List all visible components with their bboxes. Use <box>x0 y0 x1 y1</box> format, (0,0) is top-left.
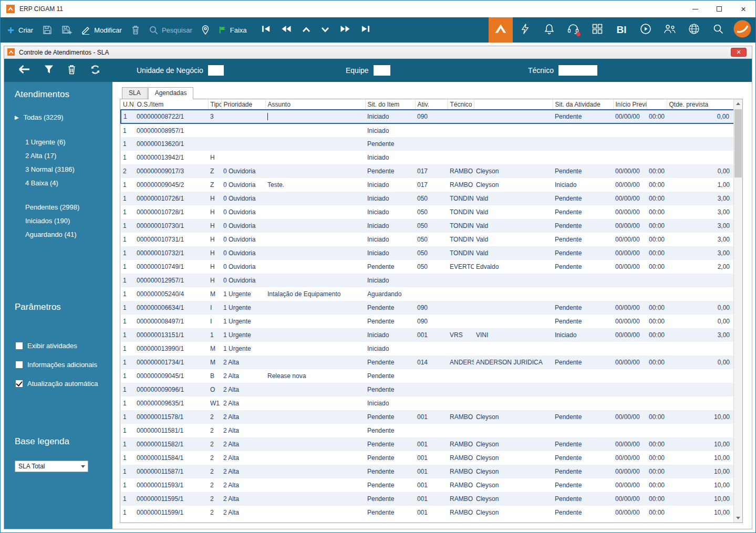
save-button[interactable] <box>43 25 52 35</box>
global-search-button[interactable] <box>706 17 730 43</box>
table-row[interactable]: 1000000010726/1H0 OuvidoriaIniciado050TO… <box>121 192 734 205</box>
table-row[interactable]: 1000000011578/122 AltaPendente001RAMBOCl… <box>121 410 734 424</box>
criar-button[interactable]: Criar <box>7 26 33 34</box>
scroll-up-button[interactable] <box>734 99 742 108</box>
tab-sla[interactable]: SLA <box>122 87 148 99</box>
table-row[interactable]: 1000000013620/1Pendente <box>121 137 734 151</box>
profile-button[interactable] <box>730 17 754 43</box>
table-row[interactable]: 1000000009045/2Z0 OuvidoriaTeste.Iniciad… <box>121 178 734 192</box>
sidebar-item-priority-0[interactable]: 1 Urgente (6) <box>25 138 112 146</box>
minimize-button[interactable] <box>683 1 707 17</box>
col-header-un[interactable]: U.N. <box>121 99 134 110</box>
table-row[interactable]: 1000000011582/122 AltaPendente001RAMBOCl… <box>121 437 734 451</box>
save-new-button[interactable] <box>61 25 72 35</box>
modificar-button[interactable]: Modificar <box>81 26 122 35</box>
table-row[interactable]: 1000000009096/1O2 AltaPendente <box>121 383 734 396</box>
nav-prev-page-icon[interactable] <box>281 25 292 35</box>
sidebar-item-priority-1[interactable]: 2 Alta (17) <box>25 152 112 160</box>
checkbox-checked-icon[interactable] <box>16 380 23 387</box>
maximize-button[interactable] <box>707 1 731 17</box>
sidebar-item-todas[interactable]: ▶ Todas (3229) <box>15 113 112 121</box>
scroll-down-button[interactable] <box>734 514 742 522</box>
table-row[interactable]: 1000000008722/13Iniciado090Pendente00/00… <box>121 110 734 123</box>
checkbox-unchecked-icon[interactable] <box>16 342 23 349</box>
col-header-tecnico-nome[interactable] <box>474 99 553 110</box>
table-row[interactable]: 1000000011595/122 AltaPendente001RAMBOCl… <box>121 492 734 506</box>
table-row[interactable]: 1000000013151/111 UrgenteIniciado001VRSV… <box>121 328 734 342</box>
close-button[interactable]: × <box>731 1 755 17</box>
tab-agendadas[interactable]: Agendadas <box>148 87 194 99</box>
col-header-inicio-previsto[interactable]: Início Previsto <box>613 99 647 110</box>
filter-button[interactable] <box>44 65 54 76</box>
clear-filter-button[interactable] <box>67 65 76 77</box>
cigam-home-button[interactable] <box>489 17 513 43</box>
col-header-prioridade[interactable]: Prioridade <box>221 99 265 110</box>
table-row[interactable]: 1000000001734/1M2 AltaPendente014ANDERSA… <box>121 356 734 369</box>
faixa-button[interactable]: Faixa <box>219 26 247 34</box>
tecnico-input[interactable] <box>558 65 597 76</box>
table-row[interactable]: 2000000009017/3Z0 OuvidoriaPendente017RA… <box>121 164 734 178</box>
back-button[interactable] <box>18 65 30 76</box>
nav-up-icon[interactable] <box>302 25 310 35</box>
checkbox-unchecked-icon[interactable] <box>16 361 23 368</box>
col-header-qtde-prevista[interactable]: Qtde. prevista <box>667 99 734 110</box>
table-row[interactable]: 1000000010730/1H0 OuvidoriaIniciado050TO… <box>121 219 734 233</box>
table-row[interactable]: 1000000010731/1H0 OuvidoriaIniciado050TO… <box>121 233 734 246</box>
refresh-button[interactable] <box>90 64 101 77</box>
col-header-sit-atividade[interactable]: Sit. da Atividade <box>553 99 613 110</box>
table-row[interactable]: 1000000013990/1M1 UrgenteIniciado <box>121 342 734 356</box>
table-row[interactable]: 1000000009045/1B2 AltaRelease novaPenden… <box>121 369 734 383</box>
col-header-sit-item[interactable]: Sit. do Item <box>365 99 415 110</box>
col-header-tipo[interactable]: Tipo <box>208 99 221 110</box>
media-button[interactable] <box>634 17 658 43</box>
unidade-input[interactable] <box>208 65 224 76</box>
notifications-button[interactable] <box>537 17 561 43</box>
support-chat-button[interactable] <box>561 17 585 43</box>
table-row[interactable]: 1000000005240/4M1 UrgenteIntalação de Eq… <box>121 287 734 301</box>
nav-last-icon[interactable] <box>361 25 370 35</box>
table-row[interactable]: 1000000011581/122 AltaPendente <box>121 424 734 437</box>
sidebar-item-status-0[interactable]: Pendentes (2998) <box>25 203 112 211</box>
sidebar-item-priority-3[interactable]: 4 Baixa (4) <box>25 179 112 187</box>
col-header-ativ[interactable]: Ativ. <box>415 99 448 110</box>
equipe-input[interactable] <box>374 65 390 76</box>
table-row[interactable]: 1000000010728/1H0 OuvidoriaIniciado050TO… <box>121 205 734 219</box>
scroll-thumb[interactable] <box>734 109 742 177</box>
delete-button[interactable] <box>131 25 140 35</box>
table-row[interactable]: 1000000010749/1H0 OuvidoriaPendente050EV… <box>121 260 734 274</box>
parametro-checkbox-2[interactable]: Atualização automática <box>16 380 112 388</box>
table-row[interactable]: 1000000011593/122 AltaPendente001RAMBOCl… <box>121 478 734 492</box>
sidebar-item-priority-2[interactable]: 3 Normal (3186) <box>25 165 112 173</box>
table-row[interactable]: 1000000008497/1I1 UrgentePendente090Pend… <box>121 315 734 328</box>
apps-grid-button[interactable] <box>585 17 609 43</box>
table-row[interactable]: 1000000011584/122 AltaPendente001RAMBOCl… <box>121 451 734 465</box>
table-row[interactable]: 1000000011599/122 AltaPendente001RAMBOCl… <box>121 506 734 519</box>
table-row[interactable]: 1000000013942/1HIniciado <box>121 151 734 164</box>
child-close-button[interactable]: ✕ <box>731 48 747 57</box>
col-header-hora[interactable] <box>647 99 667 110</box>
location-button[interactable] <box>202 25 209 35</box>
nav-down-icon[interactable] <box>321 25 329 35</box>
col-header-assunto[interactable]: Assunto <box>265 99 365 110</box>
col-header-os-item[interactable]: O.S./Item <box>134 99 208 110</box>
web-button[interactable] <box>682 17 706 43</box>
col-header-tecnico[interactable]: Técnico <box>448 99 474 110</box>
vertical-scrollbar[interactable] <box>733 99 742 522</box>
table-row[interactable]: 1000000009635/1W12 AltaIniciado <box>121 396 734 410</box>
table-row[interactable]: 1000000010732/1H0 OuvidoriaIniciado050TO… <box>121 246 734 260</box>
table-row[interactable]: 1000000011587/122 AltaPendente001RAMBOCl… <box>121 465 734 478</box>
table-row[interactable]: 1000000006634/1I1 UrgentePendente090Pend… <box>121 301 734 315</box>
nav-next-page-icon[interactable] <box>340 25 350 35</box>
pesquisar-button[interactable]: Pesquisar <box>149 26 192 35</box>
table-row[interactable]: 1000000012957/1H0 OuvidoriaIniciado <box>121 274 734 287</box>
parametro-checkbox-1[interactable]: Informações adicionais <box>16 361 112 369</box>
bi-button[interactable]: BI <box>609 17 634 43</box>
parametro-checkbox-0[interactable]: Exibir atividades <box>16 342 112 350</box>
sidebar-item-status-1[interactable]: Iniciados (190) <box>25 217 112 225</box>
sidebar-item-status-2[interactable]: Aguardando (41) <box>25 231 112 238</box>
base-legenda-select[interactable]: SLA Total <box>15 461 88 472</box>
users-button[interactable] <box>658 17 682 43</box>
nav-first-icon[interactable] <box>262 25 271 35</box>
table-row[interactable]: 1000000008957/1Iniciado <box>121 123 734 137</box>
quick-actions-button[interactable] <box>513 17 537 43</box>
